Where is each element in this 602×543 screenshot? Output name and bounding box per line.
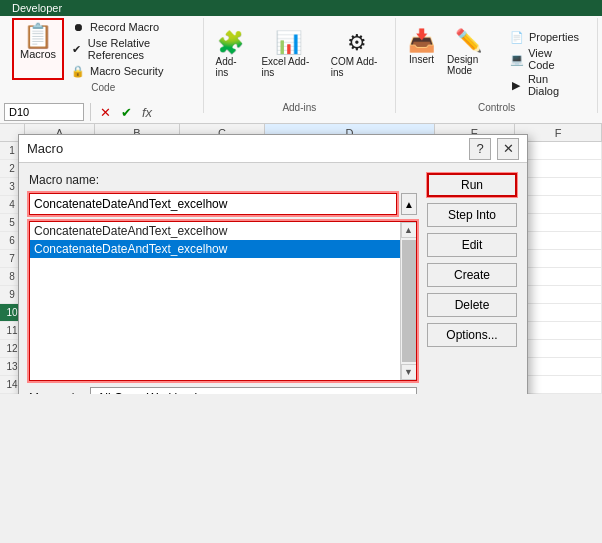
- record-macro-label: Record Macro: [90, 21, 159, 33]
- ribbon-group-addins: 🧩 Add-ins 📊 Excel Add-ins ⚙ COM Add-ins …: [204, 18, 397, 113]
- insert-icon: 📥: [408, 28, 435, 54]
- code-items: ⏺ Record Macro ✔ Use Relative References…: [68, 18, 195, 80]
- excel-addins-button[interactable]: 📊 Excel Add-ins: [257, 28, 318, 80]
- macro-dialog: Macro ? ✕ Macro name: ▲ ConcatenateDateA…: [18, 134, 528, 394]
- create-button[interactable]: Create: [427, 263, 517, 287]
- run-dialog-icon: ▶: [509, 77, 524, 93]
- dialog-titlebar: Macro ? ✕: [19, 135, 527, 163]
- com-addins-button[interactable]: ⚙ COM Add-ins: [327, 28, 387, 80]
- macro-list[interactable]: ConcatenateDateAndText_excelhow Concaten…: [30, 222, 400, 380]
- options-button[interactable]: Options...: [427, 323, 517, 347]
- macro-name-row: ▲: [29, 193, 417, 215]
- macro-list-container: ConcatenateDateAndText_excelhow Concaten…: [29, 221, 417, 381]
- tab-developer[interactable]: Developer: [4, 0, 70, 16]
- macros-in-select[interactable]: All Open Workbooks This Workbook Excel A…: [90, 387, 417, 394]
- code-group-inner: 📋 Macros ⏺ Record Macro ✔ Use Relative R…: [12, 18, 195, 80]
- spreadsheet: A B C D E F 1 2 3 4 5 6 7 8 9 10 11 12 1…: [0, 124, 602, 394]
- ribbon-group-code: 📋 Macros ⏺ Record Macro ✔ Use Relative R…: [4, 18, 204, 113]
- edit-button[interactable]: Edit: [427, 233, 517, 257]
- relative-ref-icon: ✔: [70, 41, 84, 57]
- scroll-thumb[interactable]: [402, 240, 416, 362]
- cancel-formula-icon[interactable]: ✕: [97, 105, 114, 120]
- run-button[interactable]: Run: [427, 173, 517, 197]
- step-into-button[interactable]: Step Into: [427, 203, 517, 227]
- addins-label: Add-ins: [216, 56, 246, 78]
- view-code-label: View Code: [528, 47, 579, 71]
- dialog-title: Macro: [27, 141, 63, 156]
- design-mode-label: Design Mode: [447, 54, 491, 76]
- macro-name-collapse-btn[interactable]: ▲: [401, 193, 417, 215]
- properties-label: Properties: [529, 31, 579, 43]
- dialog-right-panel: Run Step Into Edit Create Delete Options…: [427, 173, 517, 394]
- scroll-down-arrow[interactable]: ▼: [401, 364, 417, 380]
- insert-function-icon[interactable]: fx: [139, 105, 155, 120]
- macro-security-label: Macro Security: [90, 65, 163, 77]
- list-item[interactable]: ConcatenateDateAndText_excelhow: [30, 240, 400, 258]
- com-addins-icon: ⚙: [347, 30, 367, 56]
- dialog-controls: ? ✕: [469, 138, 519, 160]
- run-dialog-button[interactable]: ▶ Run Dialog: [507, 72, 581, 98]
- macro-security-button[interactable]: 🔒 Macro Security: [68, 62, 195, 80]
- macro-security-icon: 🔒: [70, 63, 86, 79]
- confirm-formula-icon[interactable]: ✔: [118, 105, 135, 120]
- macro-scrollbar: ▲ ▼: [400, 222, 416, 380]
- view-code-button[interactable]: 💻 View Code: [507, 46, 581, 72]
- addins-button[interactable]: 🧩 Add-ins: [212, 28, 250, 80]
- relative-ref-label: Use Relative References: [88, 37, 193, 61]
- ribbon: Developer 📋 Macros ⏺ Record Macro ✔ Use …: [0, 0, 602, 100]
- properties-button[interactable]: 📄 Properties: [507, 28, 581, 46]
- addins-icon: 🧩: [217, 30, 244, 56]
- design-mode-icon: ✏️: [455, 28, 482, 54]
- col-header-f: F: [515, 124, 602, 141]
- dialog-body: Macro name: ▲ ConcatenateDateAndText_exc…: [19, 163, 527, 394]
- design-mode-button[interactable]: ✏️ Design Mode: [443, 26, 495, 100]
- dialog-overlay: Macro ? ✕ Macro name: ▲ ConcatenateDateA…: [0, 124, 602, 394]
- ribbon-content: 📋 Macros ⏺ Record Macro ✔ Use Relative R…: [0, 16, 602, 115]
- insert-label: Insert: [409, 54, 434, 65]
- view-code-icon: 💻: [509, 51, 524, 67]
- ribbon-tabs: Developer: [0, 0, 602, 16]
- insert-button[interactable]: 📥 Insert: [404, 26, 439, 100]
- run-dialog-label: Run Dialog: [528, 73, 579, 97]
- ribbon-group-controls: 📥 Insert ✏️ Design Mode 📄 Properties: [396, 18, 598, 113]
- relative-references-button[interactable]: ✔ Use Relative References: [68, 36, 195, 62]
- macros-label: Macros: [20, 48, 56, 60]
- scroll-up-arrow[interactable]: ▲: [401, 222, 417, 238]
- macros-in-row: Macros in: All Open Workbooks This Workb…: [29, 387, 417, 394]
- macros-in-label: Macros in:: [29, 391, 84, 394]
- record-macro-icon: ⏺: [70, 19, 86, 35]
- name-box[interactable]: [4, 103, 84, 121]
- addin-group-content: 🧩 Add-ins 📊 Excel Add-ins ⚙ COM Add-ins: [212, 18, 388, 100]
- macros-button[interactable]: 📋 Macros: [12, 18, 64, 80]
- delete-button[interactable]: Delete: [427, 293, 517, 317]
- properties-icon: 📄: [509, 29, 525, 45]
- excel-addins-label: Excel Add-ins: [261, 56, 314, 78]
- dialog-left-panel: Macro name: ▲ ConcatenateDateAndText_exc…: [29, 173, 417, 394]
- macro-name-field-label: Macro name:: [29, 173, 417, 187]
- controls-right: 📄 Properties 💻 View Code ▶ Run Dialog: [499, 26, 589, 100]
- com-addins-label: COM Add-ins: [331, 56, 383, 78]
- formula-sep: [90, 103, 91, 121]
- code-group-label: Code: [91, 82, 115, 93]
- controls-group-label: Controls: [478, 102, 515, 113]
- dialog-help-button[interactable]: ?: [469, 138, 491, 160]
- excel-addins-icon: 📊: [275, 30, 302, 56]
- record-macro-button[interactable]: ⏺ Record Macro: [68, 18, 195, 36]
- addins-group-label: Add-ins: [282, 102, 316, 113]
- macros-icon: 📋: [23, 24, 53, 48]
- dialog-close-button[interactable]: ✕: [497, 138, 519, 160]
- macro-name-input[interactable]: [29, 193, 397, 215]
- list-item[interactable]: ConcatenateDateAndText_excelhow: [30, 222, 400, 240]
- controls-group-content: 📥 Insert ✏️ Design Mode 📄 Properties: [404, 18, 589, 100]
